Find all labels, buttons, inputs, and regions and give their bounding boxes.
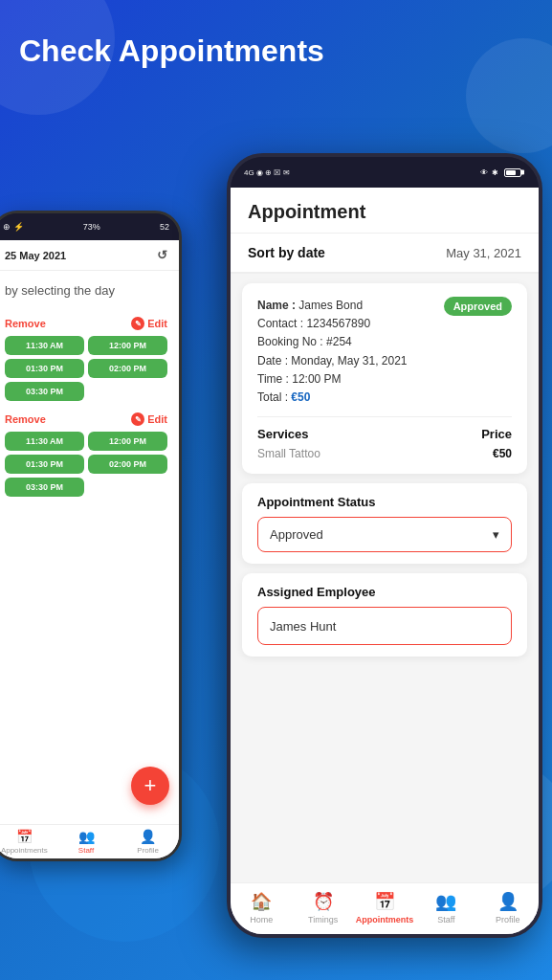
staff-nav-icon: 👥 <box>435 891 456 912</box>
time-label: Time : <box>257 372 289 386</box>
eye-icon: 👁 <box>480 168 488 177</box>
back-phone-screen: 25 May 2021 ↺ by selecting the day Remov… <box>0 240 179 858</box>
booking-value: #254 <box>326 335 352 348</box>
total-value: €50 <box>291 390 310 404</box>
remove-button-2[interactable]: Remove <box>5 413 46 425</box>
nav-home-label: Home <box>250 915 273 924</box>
time-slot[interactable]: 12:00 PM <box>88 432 167 451</box>
profile-icon: 👤 <box>140 829 156 844</box>
statusbar-right: 👁 ✱ <box>480 168 525 177</box>
contact-value: 1234567890 <box>306 317 370 330</box>
sort-bar: Sort by date May 31, 2021 <box>231 234 539 274</box>
time-line: Time : 12:00 PM <box>257 370 408 389</box>
time-slot[interactable]: 03:30 PM <box>5 382 84 401</box>
remove-button-1[interactable]: Remove <box>5 318 46 329</box>
back-phone-battery: 73% <box>83 222 100 232</box>
card-divider <box>257 416 512 417</box>
back-phone-time: 52 <box>160 222 169 232</box>
booking-line: Booking No : #254 <box>257 333 408 351</box>
time-slot[interactable]: 03:30 PM <box>5 478 84 497</box>
appointment-status-section: Appointment Status Approved ▾ <box>242 483 527 564</box>
date-line: Date : Monday, May 31, 2021 <box>257 352 408 370</box>
time-slot[interactable]: 01:30 PM <box>5 359 84 378</box>
page-title: Check Appointments <box>19 34 324 68</box>
price-col-header: Price <box>481 427 512 441</box>
nav-timings[interactable]: ⏰ Timings <box>292 891 353 924</box>
time-slot[interactable]: 12:00 PM <box>88 336 167 355</box>
bg-decor-circle-right <box>466 38 552 153</box>
content-scroll: Appointment Sort by date May 31, 2021 Na… <box>231 188 539 733</box>
time-slot[interactable]: 02:00 PM <box>88 359 167 378</box>
appointment-status-dropdown[interactable]: Approved ▾ <box>257 517 512 552</box>
app-header: Appointment <box>231 188 539 234</box>
appointment-status-value: Approved <box>270 527 323 542</box>
appointments-nav-icon: 📅 <box>374 891 395 912</box>
name-value: James Bond <box>298 299 363 312</box>
main-phone-screen: Appointment Sort by date May 31, 2021 Na… <box>231 188 539 934</box>
appointment-card: Name : James Bond Contact : 1234567890 B… <box>242 283 527 474</box>
nav-home[interactable]: 🏠 Home <box>231 891 292 924</box>
chevron-down-icon: ▾ <box>493 527 499 542</box>
back-nav-staff-label: Staff <box>78 846 94 855</box>
battery-fill <box>506 170 516 175</box>
nav-profile[interactable]: 👤 Profile <box>477 891 539 924</box>
home-icon: 🏠 <box>251 891 272 912</box>
employee-name: James Hunt <box>270 619 336 634</box>
date-value: Monday, May 31, 2021 <box>291 354 407 368</box>
time-slots-grid-2: 11:30 AM 12:00 PM 01:30 PM 02:00 PM 03:3… <box>0 432 179 502</box>
back-phone: ⊕ ⚡ 73% 52 25 May 2021 ↺ by selecting th… <box>0 211 182 861</box>
back-phone-bottom-nav: 📅 Appointments 👥 Staff 👤 Profile <box>0 824 179 858</box>
back-nav-profile-label: Profile <box>137 846 159 855</box>
services-header: Services Price <box>257 427 512 441</box>
time-slot[interactable]: 02:00 PM <box>88 455 167 474</box>
contact-label: Contact : <box>257 317 303 330</box>
battery-bar <box>502 168 521 177</box>
service-name: Small Tattoo <box>257 447 320 460</box>
back-nav-profile[interactable]: 👤 Profile <box>117 829 179 855</box>
remove-edit-row-1: Remove ✎ Edit <box>0 311 179 336</box>
edit-button-1[interactable]: ✎ Edit <box>131 317 167 330</box>
back-nav-appointments-label: Appointments <box>1 846 48 855</box>
services-table: Services Price Small Tattoo €50 <box>257 427 512 460</box>
edit-icon-2: ✎ <box>131 412 144 426</box>
time-slot[interactable]: 11:30 AM <box>5 432 84 451</box>
edit-icon-1: ✎ <box>131 317 144 330</box>
total-label: Total : <box>257 390 288 404</box>
selecting-day-text: by selecting the day <box>0 271 179 311</box>
refresh-icon[interactable]: ↺ <box>157 248 167 262</box>
back-phone-icons: ⊕ ⚡ <box>3 222 24 232</box>
nav-staff[interactable]: 👥 Staff <box>415 891 476 924</box>
edit-button-2[interactable]: ✎ Edit <box>131 412 167 426</box>
appointments-icon: 📅 <box>16 829 33 844</box>
time-slot[interactable]: 11:30 AM <box>5 336 84 355</box>
assigned-employee-field[interactable]: James Hunt <box>257 607 512 645</box>
service-row: Small Tattoo €50 <box>257 447 512 460</box>
main-phone-statusbar: 4G ◉ ⊕ ☒ ✉ 👁 ✱ <box>231 157 539 188</box>
assigned-employee-label: Assigned Employee <box>257 585 512 599</box>
back-phone-header: 25 May 2021 ↺ <box>0 240 179 271</box>
back-phone-date: 25 May 2021 <box>5 250 66 261</box>
card-top-row: Name : James Bond Contact : 1234567890 B… <box>257 297 512 407</box>
sort-label: Sort by date <box>248 245 325 260</box>
appointment-status-label: Appointment Status <box>257 495 512 509</box>
screen-wrapper: Appointment Sort by date May 31, 2021 Na… <box>231 188 539 934</box>
app-header-title: Appointment <box>248 201 521 223</box>
name-line: Name : James Bond <box>257 297 408 315</box>
profile-nav-icon: 👤 <box>497 891 519 912</box>
nav-timings-label: Timings <box>308 915 338 924</box>
remove-edit-row-2: Remove ✎ Edit <box>0 407 179 432</box>
time-slots-grid-1: 11:30 AM 12:00 PM 01:30 PM 02:00 PM 03:3… <box>0 336 179 407</box>
bottom-nav: 🏠 Home ⏰ Timings 📅 Appointments 👥 Staff … <box>231 882 539 934</box>
fab-add-button[interactable]: + <box>131 767 169 805</box>
service-price: €50 <box>493 447 512 460</box>
approved-badge: Approved <box>444 297 512 316</box>
time-slot[interactable]: 01:30 PM <box>5 455 84 474</box>
nav-profile-label: Profile <box>496 915 520 924</box>
nav-appointments[interactable]: 📅 Appointments <box>354 891 415 924</box>
signal-icons: 4G ◉ ⊕ ☒ ✉ <box>244 168 290 177</box>
back-nav-appointments[interactable]: 📅 Appointments <box>0 829 55 855</box>
card-info-block: Name : James Bond Contact : 1234567890 B… <box>257 297 408 407</box>
time-value: 12:00 PM <box>292 372 341 386</box>
total-line: Total : €50 <box>257 389 408 407</box>
back-nav-staff[interactable]: 👥 Staff <box>55 829 118 855</box>
